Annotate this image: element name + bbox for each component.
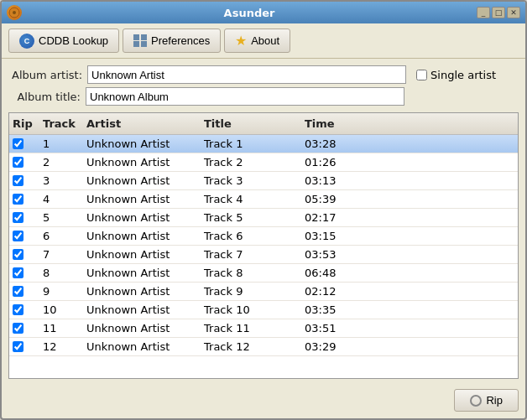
- form-area: Album artist: Single artist Album title:: [2, 59, 525, 112]
- rip-checkbox-cell: [9, 319, 39, 337]
- table-row[interactable]: 3Unknown ArtistTrack 303:13: [9, 172, 518, 190]
- title-cell: Track 7: [201, 246, 301, 263]
- time-cell: 05:39: [301, 190, 360, 208]
- preferences-button[interactable]: Preferences: [123, 29, 221, 53]
- single-artist-checkbox[interactable]: [416, 70, 427, 80]
- cddb-lookup-button[interactable]: C CDDB Lookup: [8, 29, 119, 53]
- rip-checkbox-cell: [9, 209, 39, 226]
- artist-cell: Unknown Artist: [83, 264, 201, 282]
- time-cell: 03:53: [301, 246, 360, 263]
- table-row[interactable]: 6Unknown ArtistTrack 603:15: [9, 227, 518, 246]
- table-row[interactable]: 7Unknown ArtistTrack 703:53: [9, 246, 518, 264]
- col-header-track: Track: [39, 116, 83, 132]
- title-cell: Track 9: [201, 283, 301, 300]
- footer: Rip: [2, 386, 525, 418]
- title-cell: Track 5: [201, 209, 301, 226]
- col-header-rip: Rip: [9, 116, 39, 132]
- artist-cell: Unknown Artist: [83, 227, 201, 245]
- table-row[interactable]: 11Unknown ArtistTrack 1103:51: [9, 319, 518, 338]
- album-artist-input[interactable]: [87, 65, 406, 84]
- track-number-cell: 4: [39, 190, 83, 208]
- artist-cell: Unknown Artist: [83, 209, 201, 226]
- title-cell: Track 1: [201, 135, 301, 153]
- maximize-button[interactable]: □: [492, 7, 505, 18]
- album-title-row: Album title:: [12, 87, 515, 106]
- track-number-cell: 7: [39, 246, 83, 263]
- rip-button[interactable]: Rip: [454, 389, 519, 412]
- table-row[interactable]: 4Unknown ArtistTrack 405:39: [9, 190, 518, 209]
- title-cell: Track 2: [201, 153, 301, 171]
- table-row[interactable]: 10Unknown ArtistTrack 1003:35: [9, 301, 518, 319]
- col-header-artist: Artist: [83, 116, 201, 132]
- table-row[interactable]: 2Unknown ArtistTrack 201:26: [9, 153, 518, 172]
- artist-cell: Unknown Artist: [83, 153, 201, 171]
- track-number-cell: 3: [39, 172, 83, 189]
- table-row[interactable]: 8Unknown ArtistTrack 806:48: [9, 264, 518, 283]
- table-row[interactable]: 9Unknown ArtistTrack 902:12: [9, 283, 518, 301]
- title-cell: Track 4: [201, 190, 301, 208]
- single-artist-label: Single artist: [430, 69, 496, 81]
- time-cell: 01:26: [301, 153, 360, 171]
- col-header-title: Title: [201, 116, 301, 132]
- table-row[interactable]: 5Unknown ArtistTrack 502:17: [9, 209, 518, 227]
- rip-checkbox[interactable]: [13, 249, 23, 260]
- track-number-cell: 5: [39, 209, 83, 226]
- title-cell: Track 6: [201, 227, 301, 245]
- about-button[interactable]: ★ About: [224, 29, 290, 53]
- track-table: Rip Track Artist Title Time 1Unknown Art…: [8, 112, 519, 379]
- artist-cell: Unknown Artist: [83, 338, 201, 355]
- artist-cell: Unknown Artist: [83, 190, 201, 208]
- rip-checkbox[interactable]: [13, 138, 23, 149]
- rip-checkbox[interactable]: [13, 157, 23, 168]
- preferences-label: Preferences: [151, 34, 210, 47]
- table-body: 1Unknown ArtistTrack 103:282Unknown Arti…: [9, 135, 518, 378]
- svg-point-1: [13, 11, 16, 14]
- rip-checkbox-cell: [9, 190, 39, 208]
- time-cell: 03:35: [301, 301, 360, 319]
- time-cell: 03:28: [301, 135, 360, 153]
- preferences-icon: [133, 34, 147, 48]
- table-row[interactable]: 1Unknown ArtistTrack 103:28: [9, 135, 518, 153]
- rip-checkbox-cell: [9, 301, 39, 319]
- album-title-label: Album title:: [12, 91, 81, 103]
- album-title-input[interactable]: [86, 87, 404, 106]
- rip-circle-icon: [470, 395, 482, 407]
- minimize-button[interactable]: _: [477, 7, 490, 18]
- rip-checkbox[interactable]: [13, 194, 23, 205]
- rip-checkbox[interactable]: [13, 341, 23, 352]
- rip-checkbox[interactable]: [13, 175, 23, 186]
- title-cell: Track 10: [201, 301, 301, 319]
- title-cell: Track 8: [201, 264, 301, 282]
- titlebar: Asunder _ □ ✕: [2, 2, 525, 23]
- track-number-cell: 1: [39, 135, 83, 153]
- title-cell: Track 11: [201, 319, 301, 337]
- artist-cell: Unknown Artist: [83, 283, 201, 300]
- star-icon: ★: [235, 33, 247, 49]
- close-button[interactable]: ✕: [507, 7, 520, 18]
- track-number-cell: 8: [39, 264, 83, 282]
- rip-checkbox[interactable]: [13, 231, 23, 241]
- cddb-icon: C: [19, 34, 34, 49]
- rip-checkbox[interactable]: [13, 286, 23, 297]
- app-icon: [7, 5, 22, 20]
- rip-checkbox-cell: [9, 246, 39, 263]
- table-header: Rip Track Artist Title Time: [9, 113, 518, 135]
- artist-cell: Unknown Artist: [83, 319, 201, 337]
- time-cell: 03:15: [301, 227, 360, 245]
- track-number-cell: 12: [39, 338, 83, 355]
- track-number-cell: 10: [39, 301, 83, 319]
- track-number-cell: 11: [39, 319, 83, 337]
- rip-label: Rip: [486, 394, 503, 407]
- title-cell: Track 3: [201, 172, 301, 189]
- rip-checkbox[interactable]: [13, 212, 23, 223]
- toolbar: C CDDB Lookup Preferences ★ About: [2, 23, 525, 59]
- album-artist-row: Album artist: Single artist: [12, 65, 515, 84]
- window-title: Asunder: [22, 7, 477, 19]
- rip-checkbox[interactable]: [13, 323, 23, 334]
- rip-checkbox[interactable]: [13, 304, 23, 315]
- rip-checkbox[interactable]: [13, 267, 23, 278]
- time-cell: 03:29: [301, 338, 360, 355]
- main-window: Asunder _ □ ✕ C CDDB Lookup Preferences …: [0, 0, 527, 420]
- artist-cell: Unknown Artist: [83, 246, 201, 263]
- table-row[interactable]: 12Unknown ArtistTrack 1203:29: [9, 338, 518, 356]
